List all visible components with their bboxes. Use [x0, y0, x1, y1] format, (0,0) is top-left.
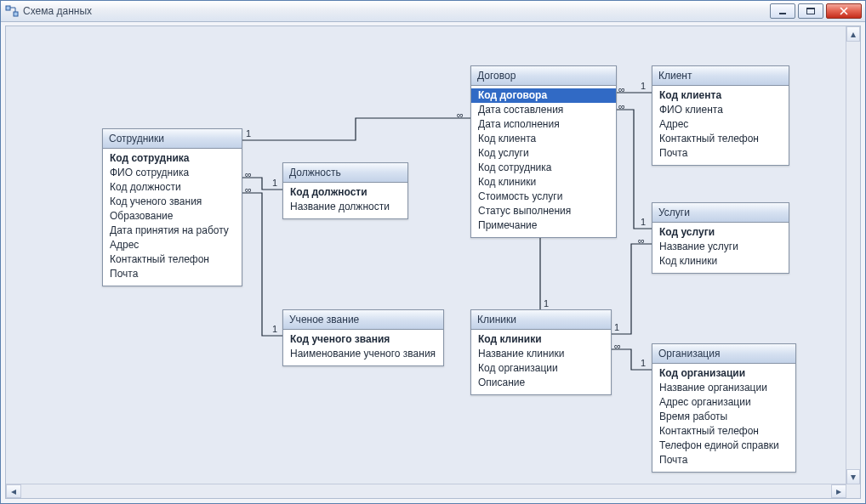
- maximize-button[interactable]: [798, 3, 823, 19]
- table-field[interactable]: Дата исполнения: [471, 117, 616, 132]
- svg-rect-2: [779, 13, 786, 14]
- table-field[interactable]: Контактный телефон: [103, 252, 242, 267]
- table-body: Код клиникиНазвание клиникиКод организац…: [471, 330, 611, 394]
- svg-text:1: 1: [272, 178, 277, 188]
- table-field[interactable]: Название услуги: [652, 240, 789, 254]
- table-header[interactable]: Сотрудники: [103, 129, 242, 149]
- table-body: Код ученого званияНаименование ученого з…: [283, 330, 443, 365]
- svg-rect-1: [14, 12, 18, 16]
- table-field[interactable]: Код ученого звания: [283, 332, 443, 347]
- svg-text:1: 1: [641, 81, 646, 91]
- table-header[interactable]: Клиники: [471, 310, 611, 330]
- svg-text:1: 1: [614, 322, 619, 332]
- table-contract[interactable]: ДоговорКод договораДата составленияДата …: [470, 65, 617, 238]
- table-field[interactable]: Почта: [652, 146, 789, 161]
- scrollbar-corner: [846, 484, 860, 498]
- scroll-right-arrow[interactable]: ▸: [831, 484, 846, 498]
- relationships-icon: [5, 4, 19, 18]
- table-field[interactable]: Статус выполнения: [471, 204, 616, 218]
- table-org[interactable]: ОрганизацияКод организацииНазвание орган…: [652, 343, 796, 473]
- table-body: Код должностиНазвание должности: [283, 183, 407, 218]
- scroll-left-arrow[interactable]: ◂: [6, 484, 21, 498]
- scroll-down-arrow[interactable]: ▾: [846, 469, 860, 484]
- table-client[interactable]: КлиентКод клиентаФИО клиентаАдресКонтакт…: [652, 65, 789, 166]
- table-field[interactable]: Код должности: [283, 185, 407, 200]
- table-field[interactable]: Название должности: [283, 200, 407, 214]
- table-field[interactable]: Время работы: [652, 410, 795, 424]
- table-body: Код услугиНазвание услугиКод клиники: [652, 223, 789, 273]
- table-field[interactable]: Дата принятия на работу: [103, 224, 242, 238]
- table-field[interactable]: Адрес: [652, 117, 789, 132]
- scroll-up-arrow[interactable]: ▴: [846, 26, 860, 42]
- svg-text:∞: ∞: [618, 84, 625, 94]
- table-position[interactable]: ДолжностьКод должностиНазвание должности: [282, 162, 408, 219]
- table-field[interactable]: Код организации: [471, 361, 611, 376]
- table-body: Код организацииНазвание организацииАдрес…: [652, 364, 795, 472]
- table-header[interactable]: Клиент: [652, 66, 789, 86]
- table-field[interactable]: Код клиента: [652, 88, 789, 103]
- svg-text:1: 1: [544, 298, 549, 309]
- table-field[interactable]: Образование: [103, 209, 242, 224]
- table-field[interactable]: Код организации: [652, 366, 795, 381]
- table-field[interactable]: Примечание: [471, 218, 616, 233]
- table-body: Код клиентаФИО клиентаАдресКонтактный те…: [652, 86, 789, 165]
- table-field[interactable]: Код сотрудника: [103, 151, 242, 166]
- svg-text:1: 1: [641, 217, 646, 227]
- table-field[interactable]: Стоимость услуги: [471, 190, 616, 204]
- svg-text:1: 1: [246, 128, 251, 139]
- table-field[interactable]: Код услуги: [471, 146, 616, 161]
- svg-text:∞: ∞: [638, 235, 645, 246]
- close-button[interactable]: [826, 3, 862, 19]
- table-field[interactable]: Код клиники: [471, 332, 611, 347]
- table-header[interactable]: Организация: [652, 344, 795, 364]
- table-field[interactable]: Наименование ученого звания: [283, 347, 443, 361]
- table-field[interactable]: ФИО клиента: [652, 103, 789, 117]
- table-field[interactable]: Код услуги: [652, 225, 789, 240]
- table-services[interactable]: УслугиКод услугиНазвание услугиКод клини…: [652, 202, 789, 274]
- diagram-canvas[interactable]: 1∞1∞1∞1∞1∞1∞1∞1∞ СотрудникиКод сотрудник…: [6, 26, 846, 484]
- table-field[interactable]: Код ученого звания: [103, 195, 242, 209]
- table-field[interactable]: Код сотрудника: [471, 161, 616, 175]
- vertical-scrollbar[interactable]: ▴ ▾: [846, 26, 860, 484]
- table-header[interactable]: Договор: [471, 66, 616, 86]
- svg-text:∞: ∞: [618, 101, 625, 111]
- table-field[interactable]: Описание: [471, 376, 611, 390]
- table-field[interactable]: Почта: [103, 267, 242, 281]
- table-header[interactable]: Услуги: [652, 203, 789, 223]
- table-field[interactable]: Адрес организации: [652, 395, 795, 410]
- table-field[interactable]: Код клиники: [471, 175, 616, 190]
- table-field[interactable]: Контактный телефон: [652, 132, 789, 146]
- svg-text:∞: ∞: [245, 184, 252, 195]
- table-degree[interactable]: Ученое званиеКод ученого званияНаименова…: [282, 309, 444, 366]
- title-bar[interactable]: Схема данных: [1, 1, 865, 22]
- table-field[interactable]: ФИО сотрудника: [103, 166, 242, 180]
- svg-text:∞: ∞: [614, 341, 621, 351]
- svg-text:1: 1: [641, 358, 646, 368]
- table-header[interactable]: Должность: [283, 163, 407, 183]
- table-field[interactable]: Код клиента: [471, 132, 616, 146]
- minimize-button[interactable]: [770, 3, 795, 19]
- table-employees[interactable]: СотрудникиКод сотрудникаФИО сотрудникаКо…: [102, 128, 242, 286]
- table-clinics[interactable]: КлиникиКод клиникиНазвание клиникиКод ор…: [470, 309, 612, 395]
- table-field[interactable]: Адрес: [103, 238, 242, 252]
- table-field[interactable]: Название организации: [652, 381, 795, 395]
- workspace: 1∞1∞1∞1∞1∞1∞1∞1∞ СотрудникиКод сотрудник…: [5, 25, 861, 499]
- table-field[interactable]: Дата составления: [471, 103, 616, 117]
- table-field[interactable]: Почта: [652, 453, 795, 467]
- window-title: Схема данных: [23, 1, 770, 21]
- table-header[interactable]: Ученое звание: [283, 310, 443, 330]
- svg-rect-4: [806, 8, 815, 9]
- db-relationship-window: Схема данных 1∞1∞1∞1∞1∞1∞1∞1∞ Сотрудники…: [0, 0, 866, 504]
- table-field[interactable]: Телефон единой справки: [652, 439, 795, 453]
- svg-text:1: 1: [272, 324, 277, 334]
- table-body: Код сотрудникаФИО сотрудникаКод должност…: [103, 149, 242, 286]
- horizontal-scrollbar[interactable]: ◂ ▸: [6, 484, 846, 498]
- table-field[interactable]: Код должности: [103, 180, 242, 195]
- table-field[interactable]: Название клиники: [471, 347, 611, 361]
- table-field[interactable]: Контактный телефон: [652, 424, 795, 439]
- svg-text:∞: ∞: [245, 169, 252, 179]
- table-field[interactable]: Код договора: [471, 88, 616, 103]
- table-field[interactable]: Код клиники: [652, 254, 789, 269]
- svg-rect-0: [6, 6, 10, 10]
- table-body: Код договораДата составленияДата исполне…: [471, 86, 616, 237]
